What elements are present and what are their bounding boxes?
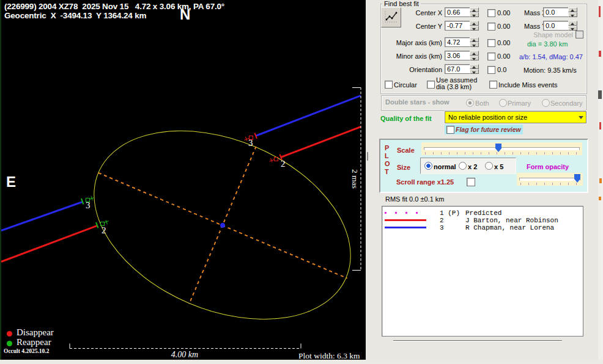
- spin-down-icon[interactable]: [470, 12, 479, 17]
- orientation-lock-checkbox[interactable]: [487, 66, 495, 74]
- plot-title-line1: (226999) 2004 XZ78 2025 Nov 15 4.72 x 3.…: [4, 2, 224, 11]
- spin-up-icon[interactable]: [568, 7, 577, 12]
- chord-2-segment: [1, 225, 97, 263]
- km-scalebar: [70, 348, 301, 349]
- shape-model-label: Shape model: [529, 31, 573, 38]
- chord-3-segment: [1, 201, 83, 231]
- spin-down-icon[interactable]: [470, 56, 479, 60]
- strip-artifact: [599, 6, 601, 17]
- opacity-slider[interactable]: [517, 173, 583, 186]
- slider-ticks: [425, 152, 579, 155]
- minor-axis-spinner[interactable]: [470, 51, 479, 60]
- minor-axis-err: 0.00: [497, 53, 510, 60]
- major-axis-input[interactable]: 4.72: [445, 37, 472, 47]
- slider-ticks: [520, 183, 579, 185]
- scale-slider-thumb[interactable]: [495, 144, 501, 152]
- spin-up-icon[interactable]: [470, 21, 479, 26]
- reappear-marker-tick: [95, 222, 98, 228]
- major-axis-spinner[interactable]: [470, 37, 479, 47]
- double-stars-primary-radio[interactable]: [499, 99, 507, 107]
- occult-window: 3322 (226999) 2004 XZ78 2025 Nov 15 4.72…: [0, 0, 603, 364]
- legend-row[interactable]: 2 J Barton, near Robinson: [382, 214, 583, 221]
- strip-artifact: [598, 90, 602, 99]
- spin-down-icon[interactable]: [470, 42, 479, 47]
- center-x-label: Center X: [383, 9, 442, 16]
- double-stars-both-radio[interactable]: [466, 99, 474, 107]
- panel-divider: [393, 340, 562, 341]
- disappear-dot-icon: [7, 331, 12, 337]
- scroll-range-checkbox[interactable]: [467, 178, 475, 186]
- flag-checkbox[interactable]: [446, 126, 454, 134]
- observer-legend-box: 1 (P) Predicted 2 J Barton, near Robinso…: [382, 206, 583, 337]
- spin-up-icon[interactable]: [470, 64, 479, 69]
- center-y-lock-checkbox[interactable]: [487, 23, 495, 31]
- center-x-err: 0.00: [497, 9, 510, 16]
- size-x2-label: x 2: [468, 163, 477, 170]
- reappear-marker-tick: [81, 198, 84, 205]
- double-stars-secondary-radio[interactable]: [542, 99, 550, 107]
- center-x-input[interactable]: 0.66: [445, 7, 472, 17]
- use-assumed-checkbox[interactable]: [427, 81, 435, 89]
- size-x5-radio[interactable]: [485, 162, 493, 170]
- ellipse-center-dot: [220, 223, 225, 228]
- spin-down-icon[interactable]: [568, 26, 577, 31]
- chord-number-label: 3: [86, 200, 91, 211]
- chord-number-label: 3: [248, 138, 253, 148]
- minor-axis-input[interactable]: 3.06: [445, 51, 472, 60]
- spin-up-icon[interactable]: [470, 51, 479, 56]
- minor-axis-lock-checkbox[interactable]: [487, 53, 495, 60]
- spin-up-icon[interactable]: [470, 37, 479, 42]
- mass-x-spinner[interactable]: [568, 7, 577, 17]
- shape-model-checkbox[interactable]: [575, 31, 583, 38]
- mass-y-input[interactable]: 0.0: [543, 21, 570, 31]
- size-x2-radio[interactable]: [459, 162, 467, 170]
- center-y-spinner[interactable]: [470, 21, 479, 31]
- legend-name: R Chapman, near Lorena: [465, 224, 554, 231]
- circular-label: Circular: [394, 81, 417, 89]
- slider-groove: [519, 178, 580, 181]
- diameter-label: dia = 3.80 km: [527, 40, 568, 48]
- spin-up-icon[interactable]: [470, 7, 479, 12]
- legend-row[interactable]: 3 R Chapman, near Lorena: [382, 221, 583, 228]
- opacity-slider-thumb[interactable]: [574, 174, 580, 183]
- major-axis-lock-checkbox[interactable]: [487, 39, 495, 47]
- chord-2-segment: [280, 126, 361, 158]
- mass-y-spinner[interactable]: [568, 21, 577, 31]
- include-miss-checkbox[interactable]: [489, 81, 497, 89]
- legend-row[interactable]: 1 (P) Predicted: [382, 206, 583, 214]
- blue-line-swatch: [385, 227, 426, 228]
- orientation-label: Orientation: [383, 66, 442, 73]
- quality-combo[interactable]: No reliable position or size: [445, 111, 586, 123]
- orientation-spinner[interactable]: [470, 64, 479, 74]
- strip-artifact: [599, 122, 601, 129]
- strip-artifact: [599, 178, 602, 183]
- spin-down-icon[interactable]: [470, 26, 479, 31]
- spin-down-icon[interactable]: [568, 12, 577, 17]
- plot-letter-o: O: [385, 160, 390, 167]
- mass-x-input[interactable]: 0.0: [543, 7, 570, 17]
- size-normal-radio[interactable]: [424, 162, 432, 170]
- window-bottom-frame: [0, 360, 603, 364]
- center-x-lock-checkbox[interactable]: [487, 9, 495, 17]
- control-panel: Find best fit Center X 0.66 0.00 Mass X …: [366, 0, 598, 364]
- center-x-spinner[interactable]: [470, 7, 479, 17]
- use-assumed-label: Use assumed dia (3.8 km): [436, 77, 477, 90]
- scale-slider[interactable]: [421, 142, 582, 155]
- spin-up-icon[interactable]: [568, 21, 577, 26]
- center-y-input[interactable]: -0.77: [445, 21, 472, 31]
- spin-down-icon[interactable]: [470, 69, 479, 74]
- double-stars-title: Double stars - show: [385, 98, 449, 106]
- major-axis-label: Major axis (km): [383, 39, 442, 46]
- mas-scalebar-tick: [352, 270, 361, 271]
- occultation-plot[interactable]: 3322 (226999) 2004 XZ78 2025 Nov 15 4.72…: [0, 0, 367, 360]
- mas-scale-label: 2 mas: [350, 169, 360, 195]
- km-scalebar-tick: [70, 343, 70, 348]
- disappear-marker-square: [274, 157, 278, 161]
- orientation-input[interactable]: 67.0: [445, 64, 472, 74]
- circular-checkbox[interactable]: [385, 81, 393, 89]
- east-label: E: [6, 173, 16, 191]
- strip-artifact: [599, 51, 601, 57]
- include-miss-label: Include Miss events: [498, 81, 558, 89]
- size-x5-label: x 5: [494, 163, 503, 170]
- splitter-handle[interactable]: [367, 152, 368, 161]
